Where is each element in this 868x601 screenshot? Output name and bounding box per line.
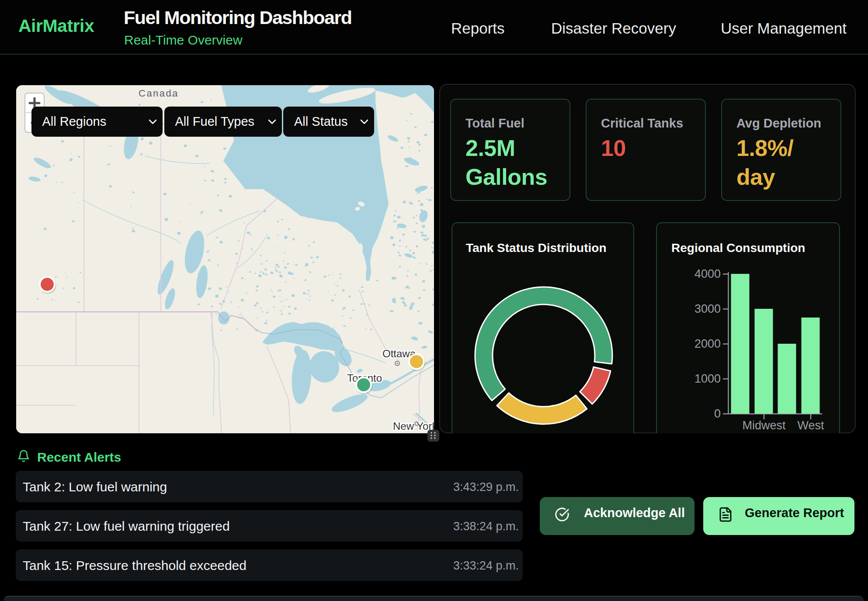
svg-text:Midwest: Midwest [742,419,786,432]
svg-text:3000: 3000 [694,302,721,315]
svg-text:1000: 1000 [694,372,721,385]
svg-text:2000: 2000 [694,337,721,350]
svg-text:4000: 4000 [694,267,721,280]
svg-text:Canada: Canada [139,88,179,99]
svg-text:West: West [797,419,824,432]
svg-text:0: 0 [714,407,721,420]
